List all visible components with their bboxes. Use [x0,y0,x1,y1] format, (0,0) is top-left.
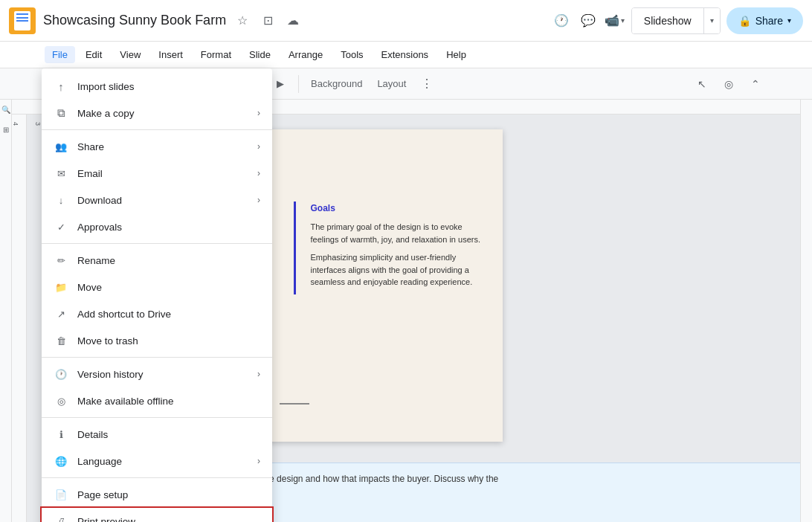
menu-option-rename[interactable]: ✏ Rename [42,247,272,274]
make-copy-arrow: › [257,108,260,118]
share-lock-icon: 🔒 [738,15,751,27]
page-setup-label: Page setup [77,489,260,500]
menu-option-share[interactable]: 👥 Share › [42,133,272,160]
menu-option-details[interactable]: ℹ Details [42,421,272,448]
details-label: Details [77,429,260,440]
menu-edit[interactable]: Edit [78,46,109,63]
menu-option-download[interactable]: ↓ Download › [42,187,272,213]
import-slides-label: Import slides [77,81,260,92]
move-trash-label: Move to trash [77,335,260,347]
import-slides-icon: ↑ [54,79,68,94]
menu-option-move[interactable]: 📁 Move [42,274,272,300]
title-icons: ☆ ⊡ ☁ [232,10,303,31]
menu-tools[interactable]: Tools [333,46,370,63]
menu-option-version-history[interactable]: 🕐 Version history › [42,361,272,387]
left-panel-icon[interactable]: 🔍 [1,106,10,114]
logo-inner [14,11,30,30]
make-copy-label: Make a copy [77,108,257,119]
file-dropdown-menu: ↑ Import slides ⧉ Make a copy › 👥 Share … [42,68,272,522]
menu-divider-2 [42,243,272,244]
add-shortcut-icon: ↗ [54,306,68,321]
menu-option-import-slides[interactable]: ↑ Import slides [42,73,272,100]
ruler-v-3: 4 [12,122,19,126]
menu-option-email[interactable]: ✉ Email › [42,160,272,187]
menu-option-language[interactable]: 🌐 Language › [42,448,272,474]
email-icon: ✉ [54,166,68,181]
slideshow-button[interactable]: Slideshow ▾ [631,7,721,34]
ruler-v-2: 3 [34,122,42,126]
folder-icon[interactable]: ⊡ [257,10,278,31]
language-arrow: › [257,456,260,466]
toolbar-laser[interactable]: ◎ [717,72,741,96]
slide-right-p1: The primary goal of the design is to evo… [311,221,481,245]
menu-divider-3 [42,357,272,358]
email-label: Email [77,168,257,179]
menu-option-add-shortcut[interactable]: ↗ Add shortcut to Drive [42,300,272,327]
print-preview-label: Print preview [77,516,260,523]
menu-option-page-setup[interactable]: 📄 Page setup [42,481,272,508]
app-logo [9,7,36,34]
share-arrow-icon: ▾ [787,16,791,25]
menu-option-make-copy[interactable]: ⧉ Make a copy › [42,100,272,126]
menu-option-make-offline[interactable]: ◎ Make available offline [42,387,272,414]
menu-insert[interactable]: Insert [151,46,190,63]
video-icon[interactable]: 📹 ▾ [605,10,625,31]
approvals-icon: ✓ [54,219,68,234]
toolbar-layout[interactable]: Layout [371,72,412,96]
right-panel [800,100,812,522]
make-copy-icon: ⧉ [54,106,68,120]
version-history-icon: 🕐 [54,367,68,381]
download-icon: ↓ [54,193,68,207]
slide-goals-title: Goals [311,202,481,215]
toolbar-pointer[interactable]: ↖ [690,72,714,96]
slide-right-p2: Emphasizing simplicity and user-friendly… [311,251,481,289]
top-right-actions: 🕐 💬 📹 ▾ Slideshow ▾ 🔒 Share ▾ [551,7,803,34]
menu-option-print-preview[interactable]: 🖨 Print preview [42,508,272,522]
menu-divider-4 [42,417,272,418]
toolbar-background[interactable]: Background [305,72,368,96]
share-menu-icon: 👥 [54,139,68,154]
download-label: Download [77,195,257,206]
doc-title-row: Showcasing Sunny Book Farm ☆ ⊡ ☁ [43,10,551,31]
doc-title: Showcasing Sunny Book Farm [43,13,226,28]
slideshow-arrow-btn[interactable]: ▾ [704,8,720,33]
video-dropdown-arrow: ▾ [621,16,625,25]
menu-help[interactable]: Help [439,46,474,63]
doc-title-area: Showcasing Sunny Book Farm ☆ ⊡ ☁ [43,10,551,31]
share-menu-label: Share [77,141,257,152]
history-icon[interactable]: 🕐 [551,10,572,31]
left-panel-icon2[interactable]: ⊞ [3,126,9,134]
share-label: Share [755,15,783,27]
language-icon: 🌐 [54,454,68,468]
slideshow-main-btn[interactable]: Slideshow [632,8,704,33]
menu-slide[interactable]: Slide [242,46,278,63]
menu-arrange[interactable]: Arrange [281,46,330,63]
rename-icon: ✏ [54,253,68,268]
move-label: Move [77,282,260,293]
print-preview-icon: 🖨 [54,514,68,522]
menu-option-approvals[interactable]: ✓ Approvals [42,213,272,240]
share-button[interactable]: 🔒 Share ▾ [726,7,803,34]
toolbar-collapse[interactable]: ⌃ [744,72,767,96]
menu-format[interactable]: Format [193,46,239,63]
download-arrow: › [257,195,260,205]
toolbar-sep2 [298,75,299,93]
menu-view[interactable]: View [112,46,148,63]
left-panel: 🔍 ⊞ [0,100,12,522]
toolbar-more[interactable]: ⋮ [415,72,439,96]
approvals-label: Approvals [77,222,260,233]
menu-file[interactable]: File [45,46,75,63]
ruler-left: 2 3 4 [12,115,27,522]
star-icon[interactable]: ☆ [232,10,253,31]
email-arrow: › [257,168,260,178]
cloud-icon[interactable]: ☁ [283,10,303,31]
menu-divider-5 [42,477,272,478]
menu-extensions[interactable]: Extensions [374,46,436,63]
menu-option-move-trash[interactable]: 🗑 Move to trash [42,327,272,354]
top-bar: Showcasing Sunny Book Farm ☆ ⊡ ☁ 🕐 💬 📹 ▾… [0,0,812,42]
version-history-arrow: › [257,369,260,379]
video-icon-label: 📹 [605,13,619,28]
comment-icon[interactable]: 💬 [578,10,599,31]
menu-bar: File Edit View Insert Format Slide Arran… [0,42,812,68]
slide-divider [294,202,296,294]
